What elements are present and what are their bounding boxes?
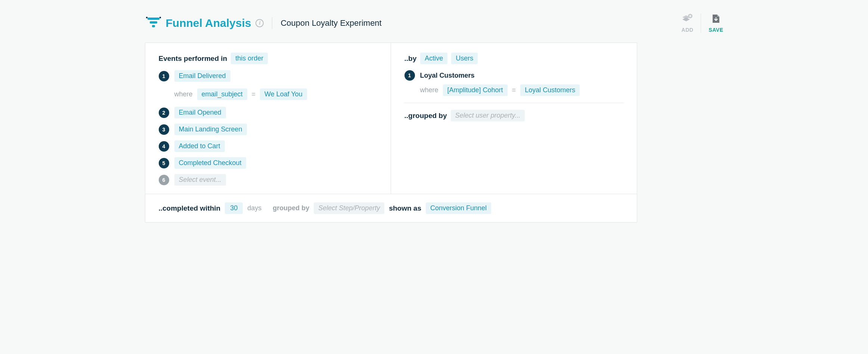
event-pill[interactable]: Email Delivered (174, 70, 230, 82)
divider (404, 103, 623, 103)
completed-within-label: ..completed within (159, 204, 221, 212)
select-user-property-input[interactable]: Select user property... (451, 110, 525, 121)
funnel-icon (145, 16, 162, 31)
step-number-badge: 2 (159, 108, 169, 118)
select-step-property-input[interactable]: Select Step/Property (314, 202, 384, 214)
bottom-grouped-by-label: grouped by (273, 204, 309, 212)
where-value-pill[interactable]: We Loaf You (260, 88, 307, 100)
by-label: ..by (404, 55, 417, 63)
segments-column: ..by Active Users 1 Loyal Customers wher… (391, 43, 637, 194)
step-number-badge: 4 (159, 141, 169, 152)
info-icon[interactable]: i (255, 19, 264, 27)
add-label: ADD (682, 27, 694, 33)
step-number-badge: 1 (159, 71, 169, 81)
event-pill[interactable]: Email Opened (174, 107, 226, 118)
svg-rect-1 (150, 21, 157, 24)
event-pill[interactable]: Completed Checkout (174, 157, 246, 169)
svg-rect-0 (148, 18, 159, 20)
where-property-pill[interactable]: email_subject (197, 88, 247, 100)
where-property-pill[interactable]: [Amplitude] Cohort (443, 84, 508, 96)
shown-as-pill[interactable]: Conversion Funnel (426, 202, 491, 214)
add-button[interactable]: ADD (682, 14, 694, 33)
completed-within-unit[interactable]: days (247, 204, 261, 212)
completed-within-value[interactable]: 30 (225, 202, 243, 214)
grouped-by-label: ..grouped by (404, 112, 447, 120)
funnel-step: 3 Main Landing Screen (159, 124, 377, 135)
event-where-clause: where email_subject = We Loaf You (174, 88, 377, 100)
page-header: Funnel Analysis i Coupon Loyalty Experim… (145, 0, 723, 43)
where-operator[interactable]: = (512, 86, 516, 94)
by-active-pill[interactable]: Active (420, 53, 447, 64)
add-layers-icon (682, 14, 693, 25)
svg-marker-6 (682, 18, 690, 21)
config-panel: Events performed in this order 1 Email D… (145, 43, 637, 223)
funnel-step-new: 6 Select event... (159, 174, 377, 186)
where-label: where (420, 86, 438, 94)
events-column: Events performed in this order 1 Email D… (145, 43, 391, 194)
separator (272, 17, 272, 29)
save-file-icon (712, 14, 720, 25)
panel-bottom-bar: ..completed within 30 days grouped by Se… (145, 194, 637, 222)
step-number-badge: 6 (159, 175, 169, 185)
segment-row: 1 Loyal Customers (404, 70, 623, 81)
save-button[interactable]: SAVE (709, 14, 723, 33)
separator (701, 13, 701, 33)
svg-rect-3 (146, 17, 148, 18)
events-performed-label: Events performed in (159, 55, 227, 63)
by-users-pill[interactable]: Users (451, 53, 478, 64)
select-event-input[interactable]: Select event... (174, 174, 226, 186)
funnel-step: 1 Email Delivered (159, 70, 377, 82)
funnel-step: 4 Added to Cart (159, 140, 377, 152)
event-order-pill[interactable]: this order (231, 53, 268, 64)
where-value-pill[interactable]: Loyal Customers (520, 84, 580, 96)
funnel-step: 2 Email Opened (159, 107, 377, 118)
segment-where-clause: where [Amplitude] Cohort = Loyal Custome… (420, 84, 623, 96)
where-operator[interactable]: = (252, 90, 256, 98)
svg-rect-9 (690, 15, 691, 17)
segment-name[interactable]: Loyal Customers (420, 72, 475, 80)
segment-number-badge: 1 (404, 70, 415, 81)
save-label: SAVE (709, 27, 723, 33)
funnel-step: 5 Completed Checkout (159, 157, 377, 169)
svg-rect-2 (152, 25, 155, 27)
step-number-badge: 3 (159, 124, 169, 135)
event-pill[interactable]: Main Landing Screen (174, 124, 247, 135)
shown-as-label: shown as (389, 204, 421, 212)
where-label: where (174, 90, 193, 98)
page-title: Funnel Analysis (166, 17, 251, 30)
analysis-name[interactable]: Coupon Loyalty Experiment (280, 18, 381, 28)
svg-rect-4 (159, 17, 161, 18)
event-pill[interactable]: Added to Cart (174, 140, 225, 152)
step-number-badge: 5 (159, 158, 169, 168)
